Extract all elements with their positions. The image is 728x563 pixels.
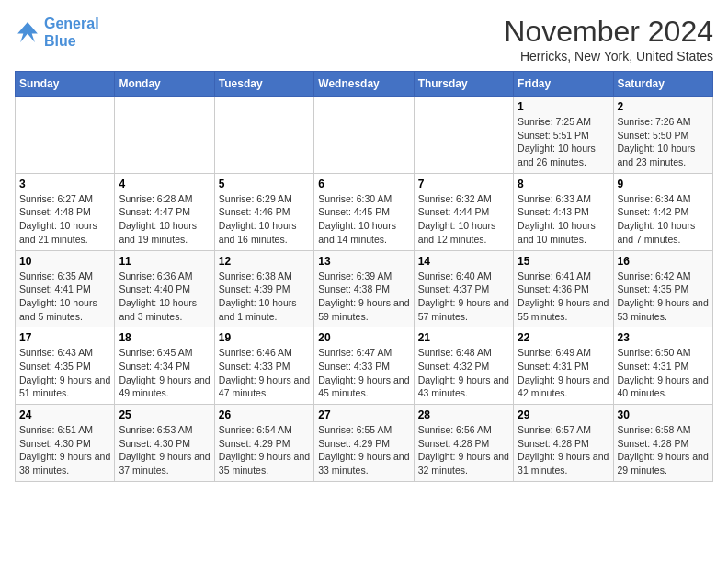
day-info: Sunrise: 6:58 AM Sunset: 4:28 PM Dayligh… [618,423,709,477]
calendar-week-3: 10Sunrise: 6:35 AM Sunset: 4:41 PM Dayli… [16,250,713,327]
calendar-cell [16,97,115,174]
calendar-cell [414,97,513,174]
day-info: Sunrise: 6:34 AM Sunset: 4:42 PM Dayligh… [618,192,709,247]
day-info: Sunrise: 6:53 AM Sunset: 4:30 PM Dayligh… [119,423,210,477]
calendar-cell [115,97,214,174]
day-info: Sunrise: 6:36 AM Sunset: 4:40 PM Dayligh… [119,270,210,324]
column-header-tuesday: Tuesday [214,72,313,97]
calendar-cell: 21Sunrise: 6:48 AM Sunset: 4:32 PM Dayli… [414,327,513,405]
day-number: 25 [119,408,210,421]
calendar-header-row: SundayMondayTuesdayWednesdayThursdayFrid… [16,72,713,97]
day-info: Sunrise: 6:32 AM Sunset: 4:44 PM Dayligh… [418,192,509,247]
month-title: November 2024 [504,15,713,49]
calendar-cell: 29Sunrise: 6:57 AM Sunset: 4:28 PM Dayli… [514,405,613,482]
day-info: Sunrise: 6:41 AM Sunset: 4:36 PM Dayligh… [518,270,609,324]
day-number: 13 [318,255,409,268]
day-info: Sunrise: 6:50 AM Sunset: 4:31 PM Dayligh… [618,346,709,400]
day-info: Sunrise: 6:57 AM Sunset: 4:28 PM Dayligh… [518,423,609,477]
day-number: 12 [219,255,310,268]
calendar-cell [214,97,313,174]
day-number: 22 [518,331,609,344]
day-number: 1 [518,100,609,113]
svg-marker-0 [17,22,38,42]
day-number: 8 [518,178,609,190]
day-info: Sunrise: 6:45 AM Sunset: 4:34 PM Dayligh… [119,346,210,400]
day-info: Sunrise: 6:33 AM Sunset: 4:43 PM Dayligh… [518,192,609,247]
calendar-cell: 9Sunrise: 6:34 AM Sunset: 4:42 PM Daylig… [613,173,712,250]
logo-icon [15,19,40,45]
day-number: 10 [19,255,110,268]
day-number: 14 [418,255,509,268]
logo-text: General Blue [44,15,99,50]
day-number: 9 [618,178,709,190]
calendar-cell: 10Sunrise: 6:35 AM Sunset: 4:41 PM Dayli… [16,250,115,327]
logo-line1: General [44,16,99,31]
column-header-sunday: Sunday [16,72,115,97]
day-number: 7 [418,178,509,190]
day-info: Sunrise: 6:46 AM Sunset: 4:33 PM Dayligh… [219,346,310,400]
day-info: Sunrise: 6:39 AM Sunset: 4:38 PM Dayligh… [318,270,409,324]
calendar-cell: 4Sunrise: 6:28 AM Sunset: 4:47 PM Daylig… [115,173,214,250]
day-number: 27 [318,408,409,421]
calendar-cell: 11Sunrise: 6:36 AM Sunset: 4:40 PM Dayli… [115,250,214,327]
day-number: 28 [418,408,509,421]
calendar-cell: 30Sunrise: 6:58 AM Sunset: 4:28 PM Dayli… [613,405,712,482]
day-info: Sunrise: 6:28 AM Sunset: 4:47 PM Dayligh… [119,192,210,247]
day-number: 23 [618,331,709,344]
day-number: 17 [19,331,110,344]
location: Herricks, New York, United States [504,49,713,63]
calendar-cell: 12Sunrise: 6:38 AM Sunset: 4:39 PM Dayli… [214,250,313,327]
calendar-week-4: 17Sunrise: 6:43 AM Sunset: 4:35 PM Dayli… [16,327,713,405]
day-number: 19 [219,331,310,344]
day-number: 2 [618,100,709,113]
calendar-cell: 8Sunrise: 6:33 AM Sunset: 4:43 PM Daylig… [514,173,613,250]
calendar-cell: 19Sunrise: 6:46 AM Sunset: 4:33 PM Dayli… [214,327,313,405]
calendar-cell: 14Sunrise: 6:40 AM Sunset: 4:37 PM Dayli… [414,250,513,327]
page-header: General Blue November 2024 Herricks, New… [15,15,713,63]
calendar-table: SundayMondayTuesdayWednesdayThursdayFrid… [15,71,713,482]
calendar-cell: 6Sunrise: 6:30 AM Sunset: 4:45 PM Daylig… [314,173,414,250]
calendar-cell: 13Sunrise: 6:39 AM Sunset: 4:38 PM Dayli… [314,250,414,327]
day-info: Sunrise: 6:55 AM Sunset: 4:29 PM Dayligh… [318,423,409,477]
day-number: 20 [318,331,409,344]
calendar-cell: 3Sunrise: 6:27 AM Sunset: 4:48 PM Daylig… [16,173,115,250]
day-number: 16 [618,255,709,268]
column-header-wednesday: Wednesday [314,72,414,97]
title-block: November 2024 Herricks, New York, United… [504,15,713,63]
day-info: Sunrise: 6:30 AM Sunset: 4:45 PM Dayligh… [318,192,409,247]
day-number: 30 [618,408,709,421]
day-number: 18 [119,331,210,344]
day-info: Sunrise: 6:35 AM Sunset: 4:41 PM Dayligh… [19,270,110,324]
calendar-cell: 27Sunrise: 6:55 AM Sunset: 4:29 PM Dayli… [314,405,414,482]
calendar-cell: 23Sunrise: 6:50 AM Sunset: 4:31 PM Dayli… [613,327,712,405]
calendar-cell: 26Sunrise: 6:54 AM Sunset: 4:29 PM Dayli… [214,405,313,482]
calendar-cell: 20Sunrise: 6:47 AM Sunset: 4:33 PM Dayli… [314,327,414,405]
calendar-cell: 24Sunrise: 6:51 AM Sunset: 4:30 PM Dayli… [16,405,115,482]
day-info: Sunrise: 6:43 AM Sunset: 4:35 PM Dayligh… [19,346,110,400]
day-info: Sunrise: 7:25 AM Sunset: 5:51 PM Dayligh… [518,115,609,169]
logo: General Blue [15,15,99,50]
day-info: Sunrise: 6:51 AM Sunset: 4:30 PM Dayligh… [19,423,110,477]
logo-line2: Blue [44,33,76,49]
calendar-cell: 5Sunrise: 6:29 AM Sunset: 4:46 PM Daylig… [214,173,313,250]
day-number: 15 [518,255,609,268]
day-number: 3 [19,178,110,190]
day-info: Sunrise: 7:26 AM Sunset: 5:50 PM Dayligh… [618,115,709,169]
column-header-friday: Friday [514,72,613,97]
day-number: 26 [219,408,310,421]
day-number: 6 [318,178,409,190]
calendar-cell: 1Sunrise: 7:25 AM Sunset: 5:51 PM Daylig… [514,97,613,174]
day-info: Sunrise: 6:40 AM Sunset: 4:37 PM Dayligh… [418,270,509,324]
day-number: 5 [219,178,310,190]
calendar-cell: 22Sunrise: 6:49 AM Sunset: 4:31 PM Dayli… [514,327,613,405]
calendar-cell: 7Sunrise: 6:32 AM Sunset: 4:44 PM Daylig… [414,173,513,250]
calendar-week-1: 1Sunrise: 7:25 AM Sunset: 5:51 PM Daylig… [16,97,713,174]
day-info: Sunrise: 6:27 AM Sunset: 4:48 PM Dayligh… [19,192,110,247]
day-info: Sunrise: 6:56 AM Sunset: 4:28 PM Dayligh… [418,423,509,477]
day-info: Sunrise: 6:42 AM Sunset: 4:35 PM Dayligh… [618,270,709,324]
calendar-week-2: 3Sunrise: 6:27 AM Sunset: 4:48 PM Daylig… [16,173,713,250]
day-info: Sunrise: 6:54 AM Sunset: 4:29 PM Dayligh… [219,423,310,477]
calendar-cell: 17Sunrise: 6:43 AM Sunset: 4:35 PM Dayli… [16,327,115,405]
day-info: Sunrise: 6:49 AM Sunset: 4:31 PM Dayligh… [518,346,609,400]
column-header-saturday: Saturday [613,72,712,97]
